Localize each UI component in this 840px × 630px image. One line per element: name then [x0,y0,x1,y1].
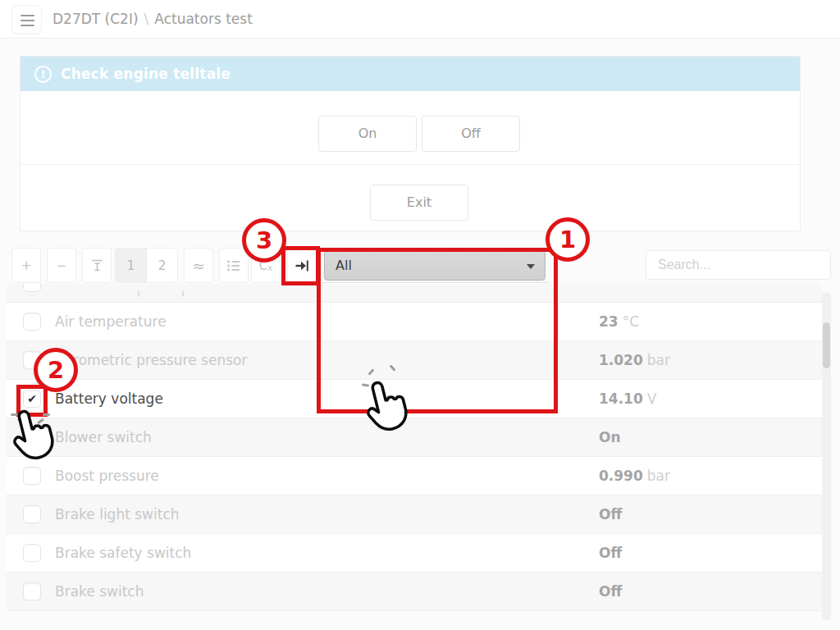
row-value: 0.990bar [599,457,670,495]
panel-title: Check engine telltale [61,66,231,82]
group-filter-select[interactable]: All [324,250,546,281]
row-checkbox[interactable] [23,544,41,562]
exit-button[interactable]: Exit [370,185,468,221]
on-button[interactable]: On [318,116,417,152]
telltale-panel: ! Check engine telltale On Off Exit [20,56,801,231]
row-label: Blower switch [55,418,152,456]
breadcrumb-page: Actuators test [154,11,253,27]
table-row[interactable]: Brake light switch Off [7,495,822,533]
clipped-text-mark [182,291,184,296]
breadcrumb-device: D27DT (C2I) [52,11,139,27]
alert-circle-icon: ! [34,66,52,83]
row-checkbox[interactable] [23,284,41,292]
row-value: On [599,418,625,456]
row-value: Off [599,534,626,572]
graph-button[interactable]: ≈ [184,248,213,283]
menu-button[interactable] [11,5,42,34]
breadcrumb: D27DT (C2I)\Actuators test [52,0,253,39]
row-value: 1.020bar [599,341,670,379]
arrow-to-bar-icon [295,260,309,272]
scrollbar-thumb[interactable] [823,322,830,368]
clear-values-sub-label: x [267,263,272,272]
table-bottom-divider [7,610,822,611]
row-label: Brake safety switch [55,534,191,572]
hamburger-icon [21,15,34,29]
row-label: Boost pressure [55,457,159,495]
checkmark-icon: ✔ [27,392,37,405]
move-selected-button[interactable] [287,248,317,283]
row-checkbox[interactable] [23,582,41,600]
row-value: Off [599,573,626,610]
remove-button[interactable]: − [47,248,76,283]
table-row[interactable]: Brake switch Off [7,572,822,610]
column-view-switch: 1 2 [115,248,178,283]
chevron-down-icon [527,264,535,269]
row-label: Brake switch [55,573,144,610]
list-icon [227,260,240,272]
row-checkbox[interactable] [23,505,41,523]
row-label: Barometric pressure sensor [55,341,247,379]
step-circle-3: 3 [242,218,286,262]
table-row[interactable]: Boost pressure 0.990bar [7,456,822,495]
table-row[interactable]: Brake safety switch Off [7,533,822,572]
view-2-button[interactable]: 2 [147,249,177,282]
list-button[interactable] [219,248,249,283]
row-label: Brake light switch [55,495,180,533]
row-height-button[interactable] [82,248,112,283]
row-value: 23°C [599,303,639,340]
text-height-icon [91,259,103,272]
row-checkbox[interactable] [23,313,41,331]
table-row-partial [7,284,822,302]
view-1-button[interactable]: 1 [116,249,147,282]
breadcrumb-separator: \ [144,11,149,27]
top-bar: D27DT (C2I)\Actuators test ✓ 12.40 B [0,0,840,39]
row-label: Air temperature [55,303,167,340]
table-row[interactable]: Barometric pressure sensor 1.020bar [7,340,822,379]
add-button[interactable]: + [11,248,41,283]
group-filter-value: All [336,258,352,273]
clipped-text-mark [138,291,139,296]
telltale-panel-header: ! Check engine telltale [21,57,800,91]
row-checkbox[interactable] [23,467,41,485]
table-row[interactable]: ✔ Battery voltage 14.10V [7,379,822,418]
table-row[interactable]: Blower switch On [7,418,822,456]
table-row[interactable]: Air temperature 23°C [7,302,822,340]
row-value: Off [599,495,626,533]
search-input[interactable] [646,250,831,280]
step-circle-2: 2 [34,348,78,392]
row-value: 14.10V [599,380,656,418]
panel-divider [21,164,800,165]
off-button[interactable]: Off [422,116,520,152]
step-circle-1: 1 [546,217,590,262]
app-screen: D27DT (C2I)\Actuators test ✓ 12.40 B ! C… [0,0,840,630]
